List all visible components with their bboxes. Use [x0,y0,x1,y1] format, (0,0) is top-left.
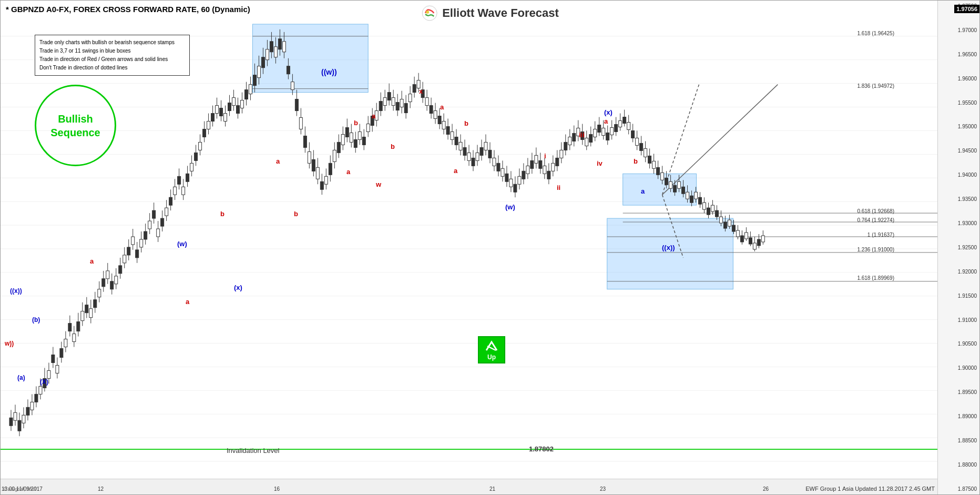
wave-label-w: w)) [5,340,14,347]
svg-rect-358 [690,196,693,203]
svg-rect-250 [463,147,466,155]
svg-line-32 [662,85,778,195]
svg-rect-270 [505,174,508,181]
svg-rect-72 [89,309,93,318]
svg-rect-254 [472,158,475,166]
svg-rect-350 [673,185,677,192]
svg-rect-210 [379,102,382,111]
svg-rect-198 [354,139,357,147]
svg-rect-260 [484,142,487,150]
svg-rect-292 [552,163,555,171]
svg-rect-108 [165,208,168,216]
bullish-sequence-text: Bullish Sequence [50,112,100,139]
svg-rect-170 [295,99,298,111]
svg-rect-106 [161,218,164,226]
svg-rect-146 [244,90,248,99]
svg-rect-252 [467,153,471,160]
svg-rect-310 [589,134,593,142]
svg-rect-60 [64,339,67,347]
svg-point-394 [422,6,437,21]
logo-icon [421,5,438,22]
svg-rect-21 [623,174,697,205]
svg-rect-212 [383,98,386,106]
price-label-15: 1.90000 [939,365,978,371]
svg-rect-330 [631,130,635,138]
svg-rect-238 [438,116,441,124]
up-button-label: Up [487,353,496,361]
svg-rect-80 [106,271,109,279]
price-label-4: 1.95500 [939,100,978,106]
price-scale: 1.97500 1.97000 1.96500 1.96000 1.95500 … [937,1,979,494]
up-button[interactable]: Up [478,336,505,363]
instruction-3: Trade in direction of Red / Green arrows… [39,55,185,64]
price-label-1: 1.97000 [939,27,978,33]
fib-top1618: 1.618 (1.96425) [857,31,894,36]
svg-rect-166 [287,66,290,74]
svg-rect-382 [740,236,743,242]
svg-rect-276 [518,176,521,184]
wave-label-xx1: ((x)) [10,287,22,295]
svg-rect-244 [451,132,454,139]
svg-rect-110 [169,197,172,205]
svg-rect-112 [173,187,177,195]
svg-rect-300 [568,137,571,145]
wave-label-a1: (a) [17,374,25,381]
svg-rect-118 [186,174,189,181]
wave-label-x1: (x) [234,284,242,291]
svg-rect-92 [131,237,135,245]
svg-rect-370 [715,210,718,217]
fib-0764: 0.764 (1.92274) [857,217,894,223]
wave-label-xx2: ((x)) [662,244,675,251]
wave-label-x2: x [419,87,423,95]
svg-rect-74 [94,300,97,308]
svg-rect-288 [543,166,546,174]
svg-rect-272 [509,179,513,187]
svg-rect-176 [308,151,311,163]
svg-rect-192 [341,134,344,145]
price-label-6: 1.94500 [939,148,978,154]
invalidation-label: Invalidation Level [227,447,279,454]
svg-rect-94 [136,250,139,258]
wave-label-a2: a [90,257,94,265]
svg-rect-54 [52,355,55,363]
current-price: 1.97056 [954,5,979,13]
wave-label-b4: b [354,119,358,127]
wave-label-a7: a [440,103,444,111]
svg-rect-328 [627,122,630,129]
svg-rect-58 [60,349,63,358]
svg-rect-338 [648,156,651,163]
svg-rect-98 [144,231,147,239]
svg-rect-130 [211,114,215,122]
svg-rect-88 [123,255,126,263]
wave-label-x3: (x) [604,108,612,116]
instructions-box: Trade only charts with bullish or bearis… [35,35,190,76]
svg-rect-294 [556,158,559,166]
wave-label-a4: a [276,157,280,165]
fib-1618: 1.618 (1.89969) [857,275,894,281]
svg-rect-202 [362,137,365,145]
price-label-14: 1.90500 [939,341,978,347]
svg-rect-266 [497,163,500,171]
svg-rect-232 [425,98,428,106]
svg-rect-172 [299,118,302,129]
svg-rect-86 [119,266,122,274]
svg-rect-126 [203,129,206,137]
logo-area: Elliott Wave Forecast [421,5,559,22]
chart-title: * GBPNZD A0-FX, FOREX CROSS FORWARD RATE… [6,5,250,14]
svg-rect-332 [636,138,639,145]
wave-label-a8: a [454,167,457,175]
svg-rect-302 [573,133,576,141]
svg-rect-144 [240,100,243,108]
price-label-11: 1.92000 [939,269,978,275]
svg-rect-316 [602,128,605,135]
svg-rect-368 [711,205,714,211]
svg-rect-76 [98,289,101,297]
svg-rect-162 [278,39,281,49]
footer-right: EWF Group 1 Asia Updated 11.28.2017 2.45… [805,486,935,492]
svg-rect-224 [409,94,412,102]
svg-rect-134 [220,108,223,116]
wave-label-w2: (w) [177,240,187,248]
svg-rect-342 [657,167,660,175]
svg-rect-220 [400,99,403,107]
svg-rect-324 [619,120,622,127]
